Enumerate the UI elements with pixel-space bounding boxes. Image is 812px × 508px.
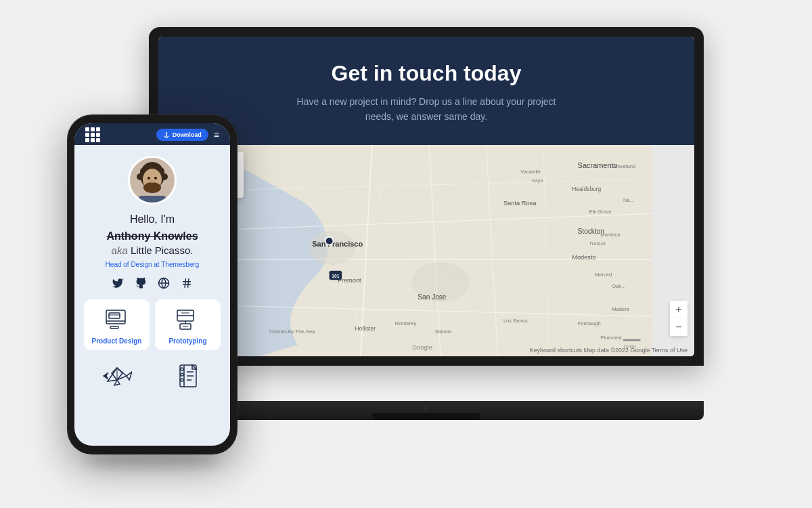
- svg-text:Napa: Napa: [532, 178, 543, 184]
- svg-text:Hollister: Hollister: [355, 325, 376, 332]
- svg-point-50: [161, 173, 168, 180]
- svg-rect-65: [110, 326, 118, 329]
- laptop-hinge: [372, 413, 480, 420]
- svg-text:Google: Google: [412, 344, 432, 351]
- svg-point-49: [137, 173, 143, 180]
- nav-actions: Download ≡: [156, 129, 219, 141]
- prototyping-icon: [175, 306, 202, 333]
- page-subtitle: Have a new project in mind? Drop us a li…: [291, 94, 562, 125]
- svg-line-62: [188, 278, 189, 288]
- product-design-label: Product Design: [92, 337, 142, 345]
- svg-text:Madera: Madera: [612, 305, 629, 312]
- svg-rect-56: [139, 196, 166, 203]
- aka-text: aka Little Picasso.: [112, 244, 194, 257]
- svg-point-78: [181, 373, 183, 376]
- skill-card-product-design: Product Design: [84, 299, 150, 350]
- download-button[interactable]: Download: [156, 129, 208, 141]
- hamburger-menu[interactable]: ≡: [214, 129, 219, 140]
- svg-text:Vacaville: Vacaville: [520, 169, 541, 175]
- phone-shadow: [85, 454, 220, 467]
- laptop-header: Get in touch today Have a new project in…: [158, 37, 694, 145]
- skills-grid: Product Design Prototyping: [84, 299, 221, 350]
- greeting-text: Hello, I'm: [130, 213, 175, 227]
- svg-text:Groveland: Groveland: [612, 163, 635, 169]
- svg-text:Monterey: Monterey: [395, 320, 417, 326]
- svg-point-55: [150, 180, 154, 183]
- globe-icon[interactable]: [157, 276, 171, 290]
- origami-bird-icon: [84, 357, 150, 395]
- profile-name-strikethrough: Anthony Knowles: [106, 230, 198, 244]
- svg-point-77: [181, 368, 183, 371]
- svg-point-54: [154, 177, 157, 179]
- map-zoom-controls[interactable]: + −: [670, 301, 687, 336]
- svg-rect-43: [623, 339, 640, 341]
- laptop-notch: [424, 405, 429, 410]
- map-container: Sacramento Santa Rosa Healdsburg Stockto…: [158, 145, 694, 356]
- app-logo: [85, 127, 100, 142]
- svg-line-61: [185, 278, 186, 288]
- map-attribution: Keyboard shortcuts Map data ©2022 Google…: [529, 347, 687, 354]
- svg-text:Salinas: Salinas: [435, 329, 452, 335]
- svg-text:Na...: Na...: [623, 197, 634, 203]
- avatar: [128, 156, 177, 205]
- svg-text:Elk Grove: Elk Grove: [589, 209, 611, 215]
- phone-screen: Download ≡: [74, 123, 230, 446]
- hashtag-icon[interactable]: [180, 276, 194, 290]
- svg-text:Firebaugh: Firebaugh: [578, 320, 601, 326]
- svg-point-79: [181, 379, 183, 381]
- svg-text:Carmel-By-The-Sea: Carmel-By-The-Sea: [269, 329, 315, 335]
- prototyping-label: Prototyping: [168, 337, 206, 345]
- profile-title: Head of Design at Themesberg: [106, 261, 200, 268]
- phone-content: Hello, I'm Anthony Knowles aka Little Pi…: [74, 145, 230, 446]
- svg-text:San Jose: San Jose: [418, 293, 447, 301]
- svg-point-39: [325, 237, 334, 245]
- svg-text:101: 101: [332, 274, 340, 278]
- svg-text:Turlock: Turlock: [589, 240, 606, 246]
- svg-rect-66: [109, 313, 120, 318]
- svg-text:Oak...: Oak...: [612, 283, 625, 289]
- social-links: [111, 276, 194, 290]
- svg-text:San Francisco: San Francisco: [312, 240, 363, 248]
- phone-status-bar: Download ≡: [74, 123, 230, 145]
- github-icon[interactable]: [134, 276, 148, 290]
- svg-text:Los Banos: Los Banos: [503, 317, 528, 323]
- svg-text:Pinecrest: Pinecrest: [600, 335, 622, 341]
- bottom-icons: [84, 357, 221, 395]
- phone-device: Download ≡: [68, 115, 237, 454]
- product-design-icon: [104, 306, 131, 333]
- svg-text:Healdsburg: Healdsburg: [572, 185, 601, 192]
- twitter-icon[interactable]: [111, 276, 125, 290]
- svg-point-53: [148, 177, 150, 179]
- svg-text:Manteca: Manteca: [600, 232, 621, 238]
- zoom-out-button[interactable]: −: [670, 318, 687, 336]
- svg-point-52: [143, 182, 161, 193]
- laptop-screen: Get in touch today Have a new project in…: [158, 37, 694, 356]
- zoom-in-button[interactable]: +: [670, 301, 687, 318]
- skill-card-prototyping: Prototyping: [155, 299, 221, 350]
- svg-text:Modesto: Modesto: [572, 254, 596, 261]
- page-title: Get in touch today: [185, 61, 667, 86]
- svg-text:Merced: Merced: [595, 272, 612, 278]
- nickname: Little Picasso.: [131, 245, 194, 256]
- svg-text:Santa Rosa: Santa Rosa: [503, 199, 537, 206]
- phone-bezel: Download ≡: [68, 115, 237, 454]
- notebook-icon: [155, 357, 221, 395]
